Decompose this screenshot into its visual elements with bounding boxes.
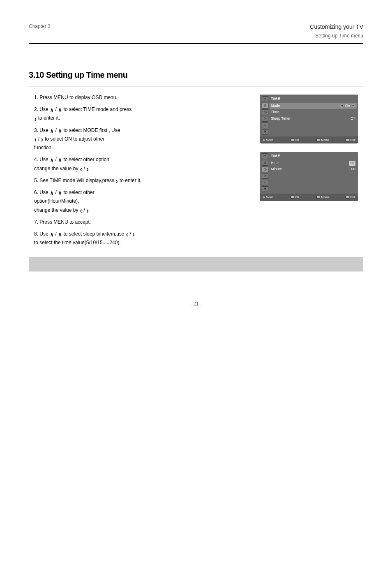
osd-footer: Move OK Menu Exit [260,194,358,201]
osd-row-time: Time [271,109,355,116]
flag-icon: ⚑ [262,129,268,135]
osd-footer: Move OK Menu Exit [260,136,358,143]
section-title: 3.10 Setting up Time menu [29,69,363,81]
osd-menu-2: ▭ 8 ◷ ✕ ⌂ ⚑ TIME Hour 00 [260,152,358,201]
page-number: - 21 - [29,300,363,308]
chevron-right-icon [133,230,135,238]
step-8: 8. Use / to select sleep timeitem,use / … [34,230,256,247]
osd-title: TIME [271,153,355,159]
instruction-box: 1. Press MENU to display OSD menu. 2. Us… [29,86,363,271]
chevron-down-icon [58,107,62,113]
chevron-up-icon [50,231,53,237]
chevron-left-icon [126,230,128,238]
step-2: 2. Use / to select TIME mode and press t… [34,106,256,123]
step-1: 1. Press MENU to display OSD menu. [34,94,256,102]
osd-row-sleep: Sleep Timer Off [271,116,355,122]
arrow-left-icon: ◂ [340,104,344,108]
chevron-up-icon [50,128,53,134]
channel-icon: 8 [262,103,268,109]
step-7: 7. Press MENU to accept. [34,218,256,226]
grey-bar [29,257,363,271]
flag-icon: ⚑ [262,186,268,192]
osd-menu-1: ▭ 8 ◷ ✕ ⌂ ⚑ TIME Mode ◂ [260,95,358,143]
steps-list: 1. Press MENU to display OSD menu. 2. Us… [34,94,256,251]
clock-icon: ◷ [262,109,268,115]
step-3: 3. Use / to select MODE first , Use / to… [34,127,256,152]
chevron-left-icon [80,206,82,214]
chevron-down-icon [58,231,62,237]
osd-row-minute: Minute 00 [271,166,355,173]
channel-icon: 8 [262,160,268,166]
clock-icon: ◷ [262,167,268,172]
step-6: 6. Use / to select other option(Hour/Min… [34,189,256,214]
chevron-right-icon [41,135,43,143]
chapter-label: Chapter 3 [29,23,51,30]
step-4: 4. Use / to select other option, change … [34,156,256,173]
chevron-right-icon [87,206,89,214]
picture-icon: ▭ [262,96,268,102]
tools-icon: ✕ [262,173,268,179]
chevron-right-icon [35,115,37,123]
chevron-up-icon [50,107,53,113]
step-5: 5. See TIME mode Will display,press to e… [34,177,256,185]
chevron-up-icon [50,190,53,196]
chevron-up-icon [50,157,53,163]
chevron-down-icon [58,128,62,134]
osd-row-mode: Mode ◂ On ▸ [270,103,357,109]
chevron-left-icon [35,135,37,143]
osd-icon-list: ▭ 8 ◷ ✕ ⌂ ⚑ [262,96,269,135]
chevron-right-icon [116,177,118,185]
header-title: Customizing your TV [310,23,363,31]
chevron-down-icon [58,190,62,196]
lock-icon: ⌂ [262,123,268,128]
chevron-left-icon [80,165,82,173]
osd-icon-list: ▭ 8 ◷ ✕ ⌂ ⚑ [262,153,269,192]
page-header: Chapter 3 Customizing your TV Setting up… [29,0,363,44]
tools-icon: ✕ [262,116,268,122]
header-subtitle: Setting up Time menu [310,32,363,39]
lock-icon: ⌂ [262,180,268,185]
arrow-right-icon: ▸ [351,104,355,108]
osd-title: TIME [271,96,355,102]
osd-row-hour: Hour 00 [271,160,355,167]
chevron-right-icon [87,165,89,173]
chevron-down-icon [58,157,62,163]
picture-icon: ▭ [262,153,268,159]
